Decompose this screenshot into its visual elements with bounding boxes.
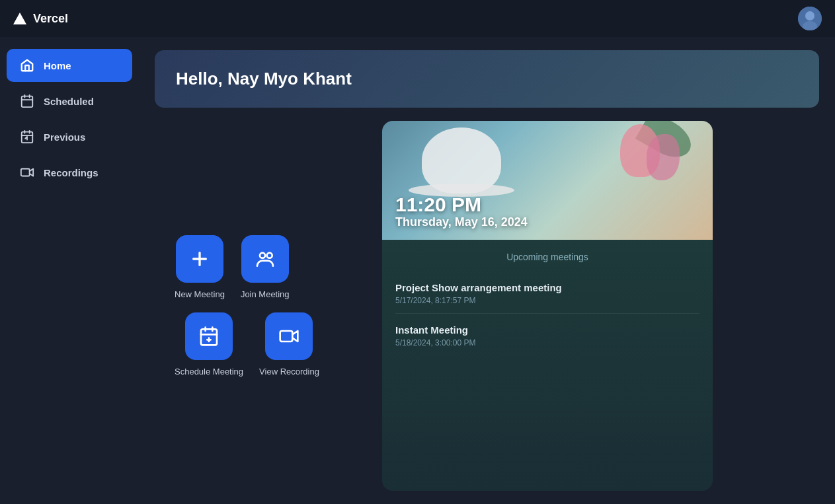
user-avatar-icon bbox=[798, 7, 822, 30]
join-meeting-label: Join Meeting bbox=[241, 289, 290, 299]
meeting-item: Project Show arrangement meeting 5/17/20… bbox=[395, 274, 699, 314]
actions-row-bottom: Schedule Meeting View Recording bbox=[175, 312, 346, 377]
calendar-icon bbox=[20, 94, 34, 108]
sidebar-item-home-label: Home bbox=[44, 60, 71, 71]
topbar: Vercel bbox=[0, 0, 835, 37]
join-meeting-button[interactable] bbox=[241, 235, 289, 283]
svg-rect-3 bbox=[22, 96, 33, 108]
deco-flower2 bbox=[647, 134, 680, 180]
clock-time: 11:20 PM bbox=[395, 194, 528, 215]
brand-name: Vercel bbox=[33, 12, 68, 26]
plus-icon bbox=[189, 248, 210, 270]
svg-point-14 bbox=[260, 253, 265, 258]
clock-section: 11:20 PM Thursday, May 16, 2024 bbox=[382, 121, 713, 240]
join-meeting-action[interactable]: Join Meeting bbox=[241, 235, 290, 299]
join-icon bbox=[255, 248, 276, 270]
actions-row-top: New Meeting Join Meeting bbox=[175, 235, 346, 299]
sidebar-item-recordings-label: Recordings bbox=[44, 167, 99, 178]
greeting-text: Hello, Nay Myo Khant bbox=[176, 69, 352, 89]
new-meeting-button[interactable] bbox=[176, 235, 223, 283]
right-panel: 11:20 PM Thursday, May 16, 2024 Upcoming… bbox=[382, 121, 713, 491]
home-icon bbox=[20, 58, 34, 73]
clock-icon bbox=[20, 129, 34, 144]
svg-rect-11 bbox=[21, 169, 30, 176]
content-row: New Meeting Join Meeting bbox=[155, 121, 819, 491]
actions-section: New Meeting Join Meeting bbox=[155, 121, 366, 491]
greeting-banner: Hello, Nay Myo Khant bbox=[155, 50, 819, 108]
view-recording-label: View Recording bbox=[259, 367, 319, 377]
svg-point-1 bbox=[805, 11, 815, 20]
vercel-triangle-icon bbox=[13, 13, 26, 24]
avatar[interactable] bbox=[798, 7, 822, 30]
view-recording-button[interactable] bbox=[265, 312, 313, 360]
meeting-time: 5/18/2024, 3:00:00 PM bbox=[395, 338, 699, 347]
sidebar-item-home[interactable]: Home bbox=[7, 49, 132, 82]
schedule-meeting-label: Schedule Meeting bbox=[175, 367, 243, 377]
sidebar-item-previous[interactable]: Previous bbox=[7, 120, 132, 153]
logo: Vercel bbox=[13, 12, 68, 26]
recording-icon bbox=[278, 326, 299, 347]
svg-rect-22 bbox=[280, 331, 293, 342]
content-area: Hello, Nay Myo Khant New Meeting bbox=[139, 37, 835, 504]
schedule-meeting-button[interactable] bbox=[185, 312, 233, 360]
view-recording-action[interactable]: View Recording bbox=[259, 312, 319, 377]
svg-point-15 bbox=[266, 253, 272, 258]
svg-rect-16 bbox=[201, 329, 217, 345]
main-layout: Home Scheduled Previous bbox=[0, 37, 835, 504]
sidebar-item-recordings[interactable]: Recordings bbox=[7, 156, 132, 189]
meeting-name: Project Show arrangement meeting bbox=[395, 282, 699, 293]
sidebar-item-previous-label: Previous bbox=[44, 131, 85, 143]
schedule-meeting-action[interactable]: Schedule Meeting bbox=[175, 312, 243, 377]
sidebar: Home Scheduled Previous bbox=[0, 37, 139, 504]
new-meeting-label: New Meeting bbox=[175, 289, 225, 299]
video-icon bbox=[20, 165, 34, 180]
meeting-item: Instant Meeting 5/18/2024, 3:00:00 PM bbox=[395, 316, 699, 355]
sidebar-item-scheduled-label: Scheduled bbox=[44, 96, 94, 107]
clock-overlay: 11:20 PM Thursday, May 16, 2024 bbox=[395, 194, 528, 229]
sidebar-item-scheduled[interactable]: Scheduled bbox=[7, 85, 132, 118]
new-meeting-action[interactable]: New Meeting bbox=[175, 235, 225, 299]
clock-date: Thursday, May 16, 2024 bbox=[395, 215, 528, 229]
schedule-icon bbox=[198, 326, 219, 347]
meeting-name: Instant Meeting bbox=[395, 324, 699, 336]
upcoming-meetings-title: Upcoming meetings bbox=[395, 252, 699, 262]
meeting-time: 5/17/2024, 8:17:57 PM bbox=[395, 296, 699, 305]
meetings-section: Upcoming meetings Project Show arrangeme… bbox=[382, 240, 713, 491]
